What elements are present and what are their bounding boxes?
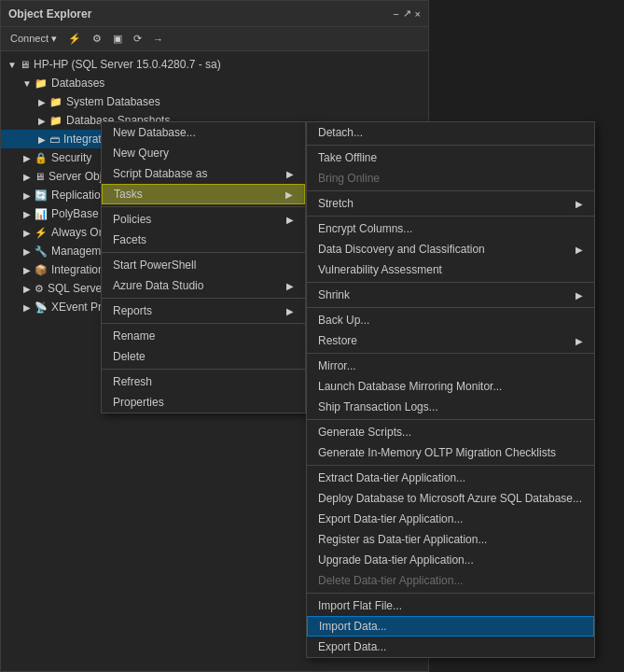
folder-icon: 📁: [49, 96, 62, 108]
menu-item-label: Script Database as: [113, 167, 207, 180]
menu-item-label: Import Data...: [319, 620, 387, 633]
submenu-arrow-icon: ▶: [575, 199, 583, 209]
menu-item-rename[interactable]: Rename: [102, 326, 305, 346]
menu-item-azure-data-studio[interactable]: Azure Data Studio ▶: [102, 275, 305, 296]
menu-item-import-flat-file[interactable]: Import Flat File...: [307, 595, 594, 616]
menu-item-policies[interactable]: Policies ▶: [102, 209, 305, 230]
tree-item-databases[interactable]: ▼ 📁 Databases: [1, 74, 428, 92]
menu-separator: [307, 145, 594, 146]
float-icon[interactable]: ↗: [403, 7, 411, 20]
menu-separator: [307, 593, 594, 594]
management-icon: 🔧: [35, 245, 48, 258]
menu-separator: [102, 252, 305, 253]
menu-item-extract-datatier[interactable]: Extract Data-tier Application...: [307, 468, 594, 488]
menu-item-label: Export Data-tier Application...: [318, 512, 463, 525]
menu-item-stretch[interactable]: Stretch ▶: [307, 193, 594, 214]
menu-item-deploy-azure[interactable]: Deploy Database to Microsoft Azure SQL D…: [307, 488, 594, 509]
expand-icon: ▶: [20, 228, 35, 238]
menu-item-label: Export Data...: [318, 640, 386, 653]
folder-icon: 📁: [35, 77, 48, 90]
submenu-arrow-icon: ▶: [286, 215, 294, 225]
menu-item-label: Mirror...: [318, 359, 356, 372]
expand-icon: ▶: [35, 134, 49, 145]
menu-item-label: Delete Data-tier Application...: [318, 574, 463, 587]
menu-item-shrink[interactable]: Shrink ▶: [307, 285, 594, 305]
menu-separator: [307, 282, 594, 283]
connect-button[interactable]: Connect ▾: [7, 32, 61, 46]
close-icon[interactable]: ×: [415, 8, 421, 20]
menu-item-generate-scripts[interactable]: Generate Scripts...: [307, 422, 594, 442]
refresh-icon[interactable]: ⚡: [64, 32, 85, 46]
menu-separator: [102, 298, 305, 299]
menu-item-vulnerability[interactable]: Vulnerability Assessment: [307, 259, 594, 280]
replication-icon: 🔄: [35, 189, 48, 202]
menu-item-import-data[interactable]: Import Data...: [307, 616, 594, 637]
menu-item-label: Generate In-Memory OLTP Migration Checkl…: [318, 446, 556, 459]
menu-item-label: Stretch: [318, 197, 354, 210]
menu-item-label: Launch Database Mirroring Monitor...: [318, 380, 502, 393]
menu-separator: [307, 465, 594, 466]
menu-item-refresh[interactable]: Refresh: [102, 371, 305, 392]
menu-item-facets[interactable]: Facets: [102, 230, 305, 250]
menu-item-label: Generate Scripts...: [318, 426, 411, 439]
polybase-icon: 📊: [35, 208, 48, 220]
tree-root[interactable]: ▼ 🖥 HP-HP (SQL Server 15.0.4280.7 - sa): [1, 55, 428, 74]
integration-icon: 📦: [35, 264, 48, 276]
expand-icon: ▶: [20, 190, 35, 201]
filter-icon[interactable]: ⚙: [89, 32, 105, 46]
submenu-arrow-icon: ▶: [286, 169, 294, 179]
menu-item-generate-inmemory[interactable]: Generate In-Memory OLTP Migration Checkl…: [307, 442, 594, 463]
tree-item-label: Security: [51, 151, 91, 164]
stop-icon[interactable]: ▣: [109, 32, 126, 46]
submenu-arrow-icon: ▶: [575, 290, 583, 301]
menu-item-script-database[interactable]: Script Database as ▶: [102, 163, 305, 184]
menu-item-new-database[interactable]: New Database...: [102, 122, 305, 143]
menu-item-label: New Database...: [113, 126, 196, 139]
menu-item-label: Start PowerShell: [113, 259, 196, 272]
menu-item-register-datatier[interactable]: Register as Data-tier Application...: [307, 529, 594, 550]
nav-icon[interactable]: →: [149, 33, 167, 46]
menu-item-tasks[interactable]: Tasks ▶: [102, 184, 305, 204]
expand-icon: ▶: [20, 153, 35, 163]
menu-item-restore[interactable]: Restore ▶: [307, 330, 594, 351]
menu-item-label: Data Discovery and Classification: [318, 243, 485, 256]
menu-item-export-datatier[interactable]: Export Data-tier Application...: [307, 509, 594, 529]
menu-item-reports[interactable]: Reports ▶: [102, 301, 305, 321]
menu-item-bring-online: Bring Online: [307, 168, 594, 189]
menu-item-backup[interactable]: Back Up...: [307, 310, 594, 330]
menu-item-delete[interactable]: Delete: [102, 346, 305, 367]
menu-separator: [102, 369, 305, 370]
menu-item-encrypt-columns[interactable]: Encrypt Columns...: [307, 218, 594, 239]
menu-item-detach[interactable]: Detach...: [307, 122, 594, 143]
toolbar: Connect ▾ ⚡ ⚙ ▣ ⟳ →: [1, 27, 428, 51]
panel-header: Object Explorer − ↗ ×: [1, 1, 428, 27]
menu-item-ship-logs[interactable]: Ship Transaction Logs...: [307, 397, 594, 417]
menu-item-label: Restore: [318, 334, 357, 347]
menu-item-data-discovery[interactable]: Data Discovery and Classification ▶: [307, 239, 594, 259]
menu-item-upgrade-datatier[interactable]: Upgrade Data-tier Application...: [307, 550, 594, 570]
menu-item-start-powershell[interactable]: Start PowerShell: [102, 255, 305, 275]
menu-item-label: Rename: [113, 329, 155, 343]
agent-icon: ⚙: [35, 283, 44, 295]
menu-item-mirroring-monitor[interactable]: Launch Database Mirroring Monitor...: [307, 376, 594, 397]
menu-item-export-data[interactable]: Export Data...: [307, 637, 594, 657]
menu-item-take-offline[interactable]: Take Offline: [307, 147, 594, 168]
tree-item-system-dbs[interactable]: ▶ 📁 System Databases: [1, 92, 428, 111]
expand-icon: ▶: [20, 302, 35, 313]
menu-item-mirror[interactable]: Mirror...: [307, 356, 594, 376]
menu-item-new-query[interactable]: New Query: [102, 143, 305, 163]
menu-separator: [307, 216, 594, 217]
expand-icon: ▶: [20, 265, 35, 275]
menu-item-properties[interactable]: Properties: [102, 392, 305, 413]
menu-item-label: Vulnerability Assessment: [318, 263, 442, 276]
menu-item-label: Detach...: [318, 126, 363, 139]
menu-item-label: Extract Data-tier Application...: [318, 471, 465, 484]
xevent-icon: 📡: [35, 301, 48, 314]
expand-icon: ▼: [5, 60, 20, 70]
refresh-button[interactable]: ⟳: [130, 32, 146, 46]
panel-header-icons: − ↗ ×: [393, 7, 421, 20]
submenu-arrow-icon: ▶: [286, 306, 294, 316]
menu-item-label: Take Offline: [318, 151, 377, 164]
pin-icon[interactable]: −: [393, 8, 398, 20]
menu-item-label: Deploy Database to Microsoft Azure SQL D…: [318, 492, 582, 505]
